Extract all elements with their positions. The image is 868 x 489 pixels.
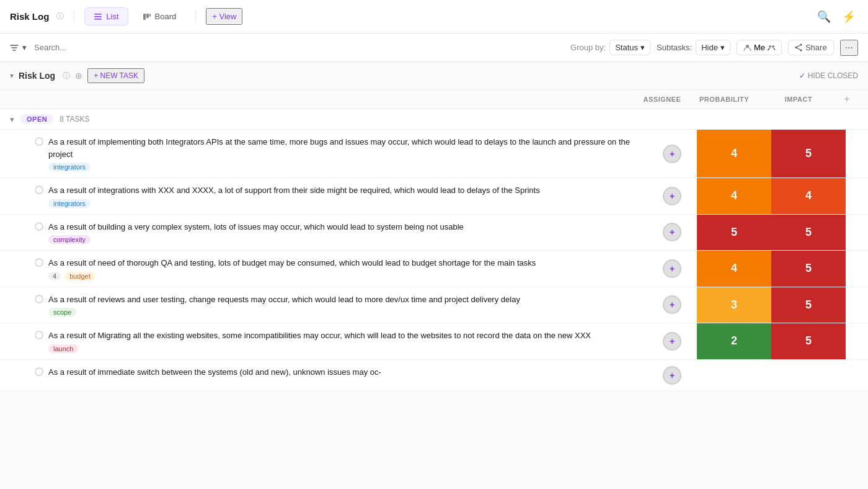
task-assignee bbox=[647, 178, 697, 214]
svg-point-7 bbox=[769, 45, 771, 48]
lightning-button[interactable]: ⚡ bbox=[839, 7, 858, 26]
task-content: As a result of reviews and user testing,… bbox=[48, 294, 647, 317]
filter-label: ▾ bbox=[22, 43, 27, 52]
task-text: As a result of immediate switch between … bbox=[48, 366, 647, 379]
task-text: As a result of implementing both Integra… bbox=[48, 136, 647, 160]
add-column-icon[interactable]: + bbox=[844, 94, 849, 104]
svg-point-15 bbox=[35, 186, 43, 194]
assignee-avatar[interactable] bbox=[663, 145, 681, 163]
group-by-dropdown[interactable]: Status ▾ bbox=[609, 40, 650, 55]
user-icon bbox=[743, 43, 751, 52]
svg-rect-2 bbox=[94, 19, 102, 20]
task-tag[interactable]: integrators bbox=[48, 199, 91, 208]
task-main: As a result of Migrating all the existin… bbox=[0, 323, 647, 359]
svg-rect-5 bbox=[149, 14, 151, 17]
filter-icon bbox=[10, 43, 19, 52]
task-text: As a result of reviews and user testing,… bbox=[48, 294, 647, 306]
task-checkbox[interactable] bbox=[35, 258, 43, 269]
toolbar: ▾ Group by: Status ▾ Subtasks: Hide ▾ Me… bbox=[0, 34, 868, 62]
list-info-icon[interactable]: ⓘ bbox=[63, 71, 70, 81]
task-content: As a result of building a very complex s… bbox=[48, 221, 647, 244]
share-icon bbox=[795, 43, 803, 52]
task-checkbox[interactable] bbox=[35, 222, 43, 233]
tag-number: 4 bbox=[48, 272, 61, 280]
chevron-down-icon: ▾ bbox=[640, 43, 645, 52]
probability-cell bbox=[697, 360, 771, 391]
assignee-avatar[interactable] bbox=[663, 332, 681, 351]
task-tag[interactable]: integrators bbox=[48, 163, 91, 171]
add-cell bbox=[846, 215, 868, 251]
task-tags: launch bbox=[48, 344, 647, 353]
people-icon bbox=[768, 44, 775, 52]
assignee-avatar[interactable] bbox=[663, 366, 681, 385]
task-checkbox[interactable] bbox=[35, 137, 43, 148]
chevron-down-icon-subtasks: ▾ bbox=[720, 43, 725, 52]
task-checkbox[interactable] bbox=[35, 331, 43, 341]
assignee-avatar[interactable] bbox=[663, 259, 681, 278]
subtasks-dropdown[interactable]: Hide ▾ bbox=[696, 40, 730, 55]
search-input[interactable] bbox=[34, 43, 563, 52]
task-checkbox[interactable] bbox=[35, 186, 43, 196]
task-assignee bbox=[647, 130, 697, 177]
probability-cell: 4 bbox=[697, 130, 771, 177]
tab-list[interactable]: List bbox=[84, 7, 128, 25]
tab-board[interactable]: Board bbox=[133, 7, 186, 25]
search-button[interactable]: 🔍 bbox=[815, 7, 833, 26]
task-row: As a result of Migrating all the existin… bbox=[0, 323, 868, 360]
task-content: As a result of immediate switch between … bbox=[48, 366, 647, 381]
task-tag[interactable]: launch bbox=[48, 344, 78, 353]
new-task-button[interactable]: + NEW TASK bbox=[87, 68, 144, 83]
task-tag[interactable]: scope bbox=[48, 308, 76, 316]
assignee-avatar[interactable] bbox=[663, 295, 681, 314]
add-view-button[interactable]: + View bbox=[206, 8, 242, 25]
collapse-icon: ▾ bbox=[10, 115, 14, 124]
task-checkbox[interactable] bbox=[35, 295, 43, 305]
me-button[interactable]: Me bbox=[737, 40, 782, 55]
task-text: As a result of building a very complex s… bbox=[48, 221, 647, 233]
svg-line-12 bbox=[797, 45, 800, 47]
assignee-avatar[interactable] bbox=[663, 223, 681, 241]
task-main: As a result of immediate switch between … bbox=[0, 360, 647, 391]
task-checkbox[interactable] bbox=[35, 367, 43, 378]
main-content: ▾ Risk Log ⓘ ⊕ + NEW TASK ✓ HIDE CLOSED … bbox=[0, 62, 868, 489]
impact-cell: 5 bbox=[771, 287, 846, 323]
task-text: As a result of need of thorough QA and t… bbox=[48, 257, 647, 269]
list-title-row: ▾ Risk Log ⓘ ⊕ + NEW TASK bbox=[10, 68, 799, 83]
assignee-avatar[interactable] bbox=[663, 187, 681, 205]
task-tags: integrators bbox=[48, 199, 647, 208]
svg-point-9 bbox=[800, 44, 802, 46]
task-tags: 4budget bbox=[48, 272, 647, 280]
task-content: As a result of Migrating all the existin… bbox=[48, 330, 647, 353]
svg-rect-1 bbox=[94, 16, 102, 17]
svg-point-16 bbox=[35, 223, 43, 230]
task-list: As a result of implementing both Integra… bbox=[0, 130, 868, 392]
task-main: As a result of integrations with XXX and… bbox=[0, 178, 647, 214]
share-button[interactable]: Share bbox=[788, 40, 834, 55]
svg-point-17 bbox=[35, 259, 43, 266]
task-tag[interactable]: budget bbox=[64, 272, 95, 280]
hide-closed-button[interactable]: ✓ HIDE CLOSED bbox=[799, 71, 858, 80]
nav-divider-2 bbox=[195, 11, 196, 23]
task-main: As a result of reviews and user testing,… bbox=[0, 287, 647, 323]
list-header: ▾ Risk Log ⓘ ⊕ + NEW TASK ✓ HIDE CLOSED bbox=[0, 62, 868, 90]
probability-cell: 5 bbox=[697, 215, 771, 251]
task-assignee bbox=[647, 360, 697, 391]
filter-button[interactable]: ▾ bbox=[10, 43, 27, 52]
task-content: As a result of implementing both Integra… bbox=[48, 136, 647, 171]
task-tags: scope bbox=[48, 308, 647, 316]
add-cell bbox=[846, 178, 868, 214]
project-info-icon[interactable]: ⓘ bbox=[56, 11, 64, 22]
list-collapse-button[interactable]: ▾ bbox=[10, 71, 14, 80]
task-tag[interactable]: complexity bbox=[48, 235, 91, 244]
list-icon bbox=[94, 12, 102, 21]
more-options-button[interactable]: ··· bbox=[840, 40, 858, 56]
task-row: As a result of immediate switch between … bbox=[0, 360, 868, 392]
list-settings-icon[interactable]: ⊕ bbox=[75, 71, 82, 81]
svg-point-20 bbox=[35, 368, 43, 375]
task-tags: complexity bbox=[48, 235, 647, 244]
svg-point-14 bbox=[35, 138, 43, 145]
impact-cell: 5 bbox=[771, 251, 846, 287]
group-collapse-button[interactable]: ▾ bbox=[10, 115, 14, 124]
task-content: As a result of need of thorough QA and t… bbox=[48, 257, 647, 280]
nav-divider bbox=[74, 11, 74, 23]
